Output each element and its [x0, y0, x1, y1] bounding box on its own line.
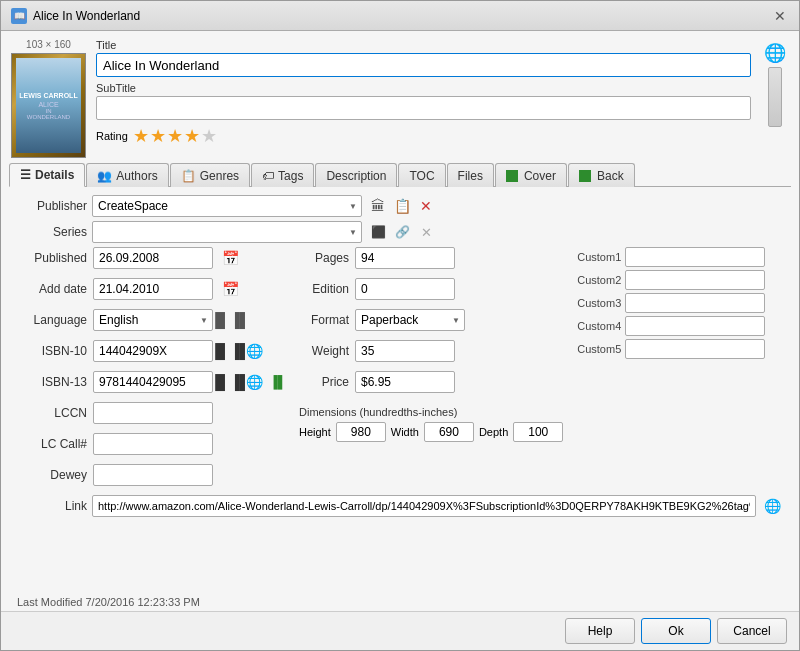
language-select-wrapper: English French German: [93, 309, 213, 331]
tabs-bar: ☰ Details 👥 Authors 📋 Genres 🏷 Tags Desc…: [9, 162, 791, 187]
custom5-input[interactable]: [625, 339, 765, 359]
tab-details[interactable]: ☰ Details: [9, 163, 85, 187]
weight-input[interactable]: [355, 340, 455, 362]
height-input[interactable]: [336, 422, 386, 442]
custom2-input[interactable]: [625, 270, 765, 290]
tab-description[interactable]: Description: [315, 163, 397, 187]
tab-back[interactable]: Back: [568, 163, 635, 187]
link-globe-button[interactable]: 🌐: [761, 495, 783, 517]
title-input[interactable]: [96, 53, 751, 77]
title-field-group: Title: [96, 39, 751, 77]
price-input[interactable]: [355, 371, 455, 393]
isbn13-globe-button[interactable]: 🌐: [243, 371, 265, 393]
isbn10-input[interactable]: [93, 340, 213, 362]
format-label: Format: [299, 313, 349, 327]
thumb-size-label: 103 × 160: [26, 39, 71, 50]
published-label: Published: [17, 251, 87, 265]
star-2[interactable]: ★: [150, 125, 166, 147]
series-row: Series ⬛ 🔗 ✕: [17, 221, 783, 243]
close-button[interactable]: ✕: [771, 7, 789, 25]
dimensions-title: Dimensions (hundredths-inches): [299, 406, 563, 418]
custom5-label: Custom5: [571, 343, 621, 355]
star-1[interactable]: ★: [133, 125, 149, 147]
globe-button[interactable]: 🌐: [761, 39, 789, 67]
star-rating[interactable]: ★ ★ ★ ★ ★: [133, 125, 217, 147]
dimensions-section: Dimensions (hundredths-inches) Height Wi…: [299, 406, 563, 442]
tab-toc[interactable]: TOC: [398, 163, 445, 187]
published-input[interactable]: [93, 247, 213, 269]
lccn-input[interactable]: [93, 402, 213, 424]
format-select-wrapper: Paperback Hardcover eBook: [355, 309, 465, 331]
tab-files[interactable]: Files: [447, 163, 494, 187]
width-input[interactable]: [424, 422, 474, 442]
isbn13-barcode-button[interactable]: ▐▌▐▌: [219, 371, 241, 393]
rating-label: Rating: [96, 130, 128, 142]
publisher-library-button[interactable]: 🏛: [367, 195, 389, 217]
lccall-input[interactable]: [93, 433, 213, 455]
series-select-wrapper: [92, 221, 362, 243]
language-barcode-button[interactable]: ▐▌▐▌: [219, 309, 241, 331]
custom5-row: Custom5: [571, 339, 765, 359]
custom4-input[interactable]: [625, 316, 765, 336]
link-row: Link 🌐: [17, 495, 783, 517]
cancel-button[interactable]: Cancel: [717, 618, 787, 644]
help-button[interactable]: Help: [565, 618, 635, 644]
dewey-input[interactable]: [93, 464, 213, 486]
series-icons: ⬛ 🔗 ✕: [367, 221, 437, 243]
star-5[interactable]: ★: [201, 125, 217, 147]
format-select[interactable]: Paperback Hardcover eBook: [355, 309, 465, 331]
publisher-edit-button[interactable]: 📋: [391, 195, 413, 217]
height-label: Height: [299, 426, 331, 438]
language-label: Language: [17, 313, 87, 327]
rating-row: Rating ★ ★ ★ ★ ★: [96, 125, 751, 147]
tab-back-color-icon: [579, 170, 591, 182]
isbn13-label: ISBN-13: [17, 375, 87, 389]
custom1-input[interactable]: [625, 247, 765, 267]
published-calendar-button[interactable]: 📅: [219, 247, 241, 269]
middle-column: Pages Edition Format Paperback Hardcover…: [299, 247, 563, 442]
lccall-row: LC Call#: [17, 433, 289, 455]
language-select[interactable]: English French German: [93, 309, 213, 331]
tab-details-label: Details: [35, 168, 74, 182]
series-icon2-button[interactable]: 🔗: [391, 221, 413, 243]
adddate-input[interactable]: [93, 278, 213, 300]
price-label: Price: [299, 375, 349, 389]
app-icon: 📖: [11, 8, 27, 24]
isbn13-extra-button[interactable]: ▐▌: [267, 371, 289, 393]
subtitle-input[interactable]: [96, 96, 751, 120]
title-bar-left: 📖 Alice In Wonderland: [11, 8, 140, 24]
series-delete-button[interactable]: ✕: [415, 221, 437, 243]
adddate-calendar-button[interactable]: 📅: [219, 278, 241, 300]
tab-back-label: Back: [597, 169, 624, 183]
last-modified: Last Modified 7/20/2016 12:23:33 PM: [1, 593, 799, 611]
tab-authors[interactable]: 👥 Authors: [86, 163, 168, 187]
publisher-delete-button[interactable]: ✕: [415, 195, 437, 217]
depth-input[interactable]: [513, 422, 563, 442]
star-3[interactable]: ★: [167, 125, 183, 147]
header-actions: 🌐: [761, 39, 789, 127]
tab-genres[interactable]: 📋 Genres: [170, 163, 250, 187]
book-cover-image: LEWIS CARROLL ALICE IN WONDERLAND: [11, 53, 86, 158]
ok-button[interactable]: Ok: [641, 618, 711, 644]
link-input[interactable]: [92, 495, 756, 517]
tab-cover-label: Cover: [524, 169, 556, 183]
adddate-label: Add date: [17, 282, 87, 296]
subtitle-label: SubTitle: [96, 82, 751, 94]
tab-description-label: Description: [326, 169, 386, 183]
lccn-label: LCCN: [17, 406, 87, 420]
isbn13-input[interactable]: [93, 371, 213, 393]
pages-input[interactable]: [355, 247, 455, 269]
adddate-row: Add date 📅: [17, 278, 289, 300]
format-row: Format Paperback Hardcover eBook: [299, 309, 563, 331]
tab-genres-icon: 📋: [181, 169, 196, 183]
isbn10-barcode-button[interactable]: ▐▌▐▌: [219, 340, 241, 362]
edition-input[interactable]: [355, 278, 455, 300]
series-select[interactable]: [92, 221, 362, 243]
tab-cover[interactable]: Cover: [495, 163, 567, 187]
tab-tags[interactable]: 🏷 Tags: [251, 163, 314, 187]
star-4[interactable]: ★: [184, 125, 200, 147]
isbn10-globe-button[interactable]: 🌐: [243, 340, 265, 362]
publisher-select[interactable]: CreateSpace: [92, 195, 362, 217]
series-icon1-button[interactable]: ⬛: [367, 221, 389, 243]
custom3-input[interactable]: [625, 293, 765, 313]
